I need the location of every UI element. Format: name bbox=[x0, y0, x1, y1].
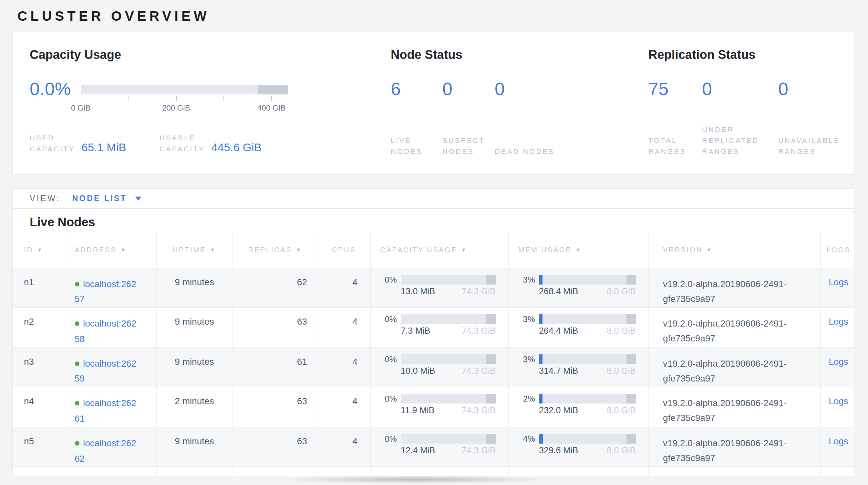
cell-uptime: 9 minutes bbox=[156, 427, 232, 467]
logs-link[interactable]: Logs bbox=[829, 277, 848, 287]
node-live-icon bbox=[74, 441, 79, 446]
stat-label-line: USABLE bbox=[159, 133, 205, 143]
cell-capacity-usage: 0%11.9 MiB74.3 GiB bbox=[370, 387, 508, 427]
sort-desc-icon: ▼ bbox=[461, 247, 467, 253]
cell-cpus: 4 bbox=[318, 268, 370, 308]
meter-values: 232.0 MiB8.0 GiB bbox=[539, 406, 636, 416]
cell-node-id: n1 bbox=[13, 268, 65, 308]
page-title: CLUSTER OVERVIEW bbox=[18, 8, 210, 24]
capacity-bar bbox=[401, 314, 496, 324]
nodes-table: ID▼ADDRESS▼UPTIME▼REPLICAS▼CPUSCAPACITY … bbox=[13, 232, 855, 475]
cell-version: v19.2.0-alpha.20190606-2491-gfe735c9a97 bbox=[648, 347, 820, 387]
meter-total-value: 74.3 GiB bbox=[462, 406, 496, 416]
column-header-label: UPTIME bbox=[173, 246, 206, 254]
meter: 3% bbox=[518, 314, 636, 324]
chevron-down-icon bbox=[135, 197, 142, 200]
sort-desc-icon: ▼ bbox=[576, 247, 582, 253]
column-header-label: CAPACITY USAGE bbox=[380, 246, 457, 254]
cell-replicas: 62 bbox=[232, 268, 318, 308]
meter: 3% bbox=[518, 275, 636, 284]
column-header-id[interactable]: ID▼ bbox=[13, 232, 65, 268]
meter-used-value: 232.0 MiB bbox=[539, 406, 578, 416]
table-row: n1localhost:262579 minutes6240%13.0 MiB7… bbox=[13, 268, 855, 308]
empty-cell bbox=[648, 467, 820, 475]
empty-cell bbox=[13, 467, 65, 475]
column-header-uptime[interactable]: UPTIME▼ bbox=[156, 232, 232, 268]
sort-desc-icon: ▼ bbox=[210, 247, 216, 253]
meter-values: 314.7 MiB8.0 GiB bbox=[539, 366, 636, 375]
stat-value: 445.6 GiB bbox=[211, 141, 261, 154]
column-header-label: REPLICAS bbox=[248, 246, 292, 254]
table-row: n4localhost:262612 minutes6340%11.9 MiB7… bbox=[13, 387, 855, 427]
cell-node-id: n4 bbox=[13, 387, 65, 427]
axis-tick bbox=[81, 96, 82, 101]
logs-link[interactable]: Logs bbox=[829, 436, 848, 446]
bar-dark-segment bbox=[486, 434, 496, 444]
column-header-label: VERSION bbox=[663, 246, 703, 254]
cell-replicas: 63 bbox=[232, 387, 318, 427]
bar-fill bbox=[539, 394, 542, 404]
cell-logs: Logs bbox=[820, 427, 855, 467]
stat-label: UNAVAILABLE RANGES bbox=[778, 135, 848, 157]
column-header-cpus: CPUS bbox=[318, 232, 370, 268]
meter-percent: 0% bbox=[380, 275, 397, 284]
meter: 4% bbox=[518, 434, 636, 444]
stat-value: 6 bbox=[391, 79, 442, 99]
capacity-axis: 0 GiB200 GiB400 GiB bbox=[81, 96, 288, 116]
node-live-icon bbox=[74, 282, 79, 286]
capacity-usage-section: Capacity Usage 0.0% 0 GiB200 GiB400 GiB … bbox=[30, 32, 378, 174]
bar-fill bbox=[539, 434, 543, 444]
node-live-icon bbox=[74, 321, 79, 326]
node-address-link[interactable]: localhost:26259 bbox=[74, 358, 136, 384]
logs-link[interactable]: Logs bbox=[829, 396, 848, 406]
view-selected-value[interactable]: NODE LIST bbox=[72, 194, 127, 203]
meter-used-value: 268.4 MiB bbox=[539, 286, 578, 296]
meter-percent: 2% bbox=[518, 394, 535, 404]
table-row-partial bbox=[13, 467, 855, 475]
column-header-capacity[interactable]: CAPACITY USAGE▼ bbox=[370, 232, 508, 268]
summary-stat: 0SUSPECT NODES bbox=[442, 79, 495, 157]
node-address-link[interactable]: localhost:26258 bbox=[74, 318, 136, 344]
view-selector-dropdown[interactable]: NODE LIST bbox=[72, 194, 142, 203]
meter-values: 264.4 MiB8.0 GiB bbox=[539, 326, 636, 336]
meter-percent: 3% bbox=[518, 354, 535, 364]
meter-percent: 0% bbox=[380, 394, 397, 404]
meter-values: 268.4 MiB8.0 GiB bbox=[539, 286, 636, 296]
logs-link[interactable]: Logs bbox=[829, 316, 848, 326]
cell-cpus: 4 bbox=[318, 308, 370, 347]
meter-percent: 3% bbox=[518, 275, 535, 284]
summary-stat: 75TOTAL RANGES bbox=[648, 79, 702, 157]
node-address-link[interactable]: localhost:26262 bbox=[74, 438, 136, 464]
bar-dark-segment bbox=[486, 275, 496, 284]
stat-label-line: CAPACITY bbox=[159, 143, 205, 154]
stat-label-line: CAPACITY bbox=[30, 143, 75, 154]
memory-bar bbox=[539, 275, 636, 284]
bar-dark-segment bbox=[626, 275, 636, 284]
meter-used-value: 10.0 MiB bbox=[401, 366, 435, 375]
view-bar: VIEW: NODE LIST bbox=[12, 188, 855, 209]
meter-total-value: 74.3 GiB bbox=[462, 366, 496, 375]
stat-label-line: USED bbox=[30, 133, 75, 143]
column-header-address[interactable]: ADDRESS▼ bbox=[65, 232, 156, 268]
capacity-stat: USABLECAPACITY445.6 GiB bbox=[159, 133, 261, 154]
node-address-link[interactable]: localhost:26261 bbox=[74, 398, 136, 424]
table-row: n5localhost:262629 minutes6340%12.4 MiB7… bbox=[13, 427, 855, 467]
column-header-version[interactable]: VERSION▼ bbox=[648, 232, 820, 268]
column-header-memory[interactable]: MEM USAGE▼ bbox=[508, 232, 648, 268]
meter-total-value: 74.3 GiB bbox=[462, 326, 496, 336]
table-header-row: ID▼ADDRESS▼UPTIME▼REPLICAS▼CPUSCAPACITY … bbox=[13, 232, 855, 268]
cell-logs: Logs bbox=[820, 308, 855, 347]
meter: 2% bbox=[518, 394, 636, 404]
cell-cpus: 4 bbox=[318, 427, 370, 467]
node-address-link[interactable]: localhost:26257 bbox=[74, 278, 136, 304]
meter-total-value: 8.0 GiB bbox=[607, 366, 636, 375]
sort-desc-icon: ▼ bbox=[37, 247, 43, 253]
column-header-replicas[interactable]: REPLICAS▼ bbox=[232, 232, 318, 268]
bar-dark-segment bbox=[486, 314, 496, 324]
column-header-logs: LOGS bbox=[820, 232, 855, 268]
logs-link[interactable]: Logs bbox=[829, 356, 848, 366]
cell-mem-usage: 3%264.4 MiB8.0 GiB bbox=[508, 308, 648, 347]
cell-node-id: n3 bbox=[13, 347, 65, 387]
sort-desc-icon: ▼ bbox=[707, 247, 713, 253]
cell-mem-usage: 3%268.4 MiB8.0 GiB bbox=[508, 268, 648, 308]
